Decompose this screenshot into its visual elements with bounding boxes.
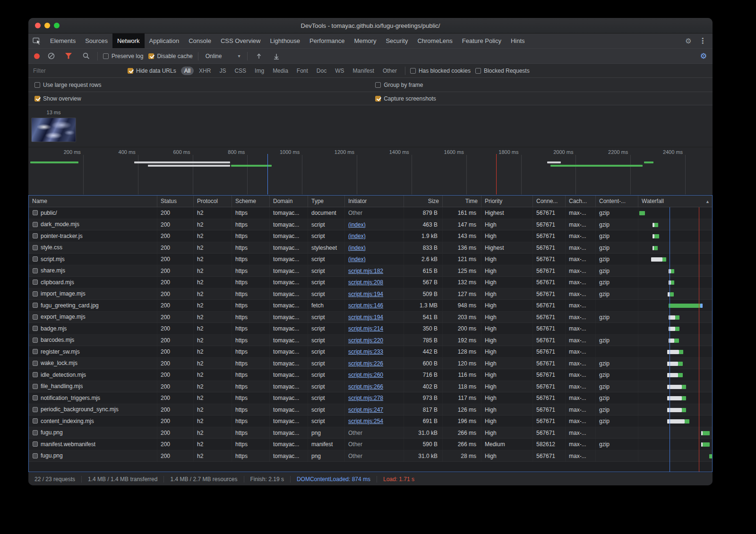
table-row[interactable]: style.css 200 h2 https tomayac... styles…	[29, 242, 712, 254]
initiator-link[interactable]: script.mjs:194	[348, 314, 383, 321]
initiator-link[interactable]: script.mjs:233	[348, 348, 383, 355]
initiator-link[interactable]: script.mjs:254	[348, 418, 383, 424]
column-header-content[interactable]: Content-...	[596, 195, 638, 207]
initiator-link[interactable]: script.mjs:260	[348, 372, 383, 378]
type-filter-doc[interactable]: Doc	[313, 67, 330, 75]
table-row[interactable]: wake_lock.mjs 200 h2 https tomayac... sc…	[29, 358, 712, 370]
table-row[interactable]: script.mjs 200 h2 https tomayac... scrip…	[29, 254, 712, 265]
column-header-conne[interactable]: Conne...	[533, 195, 566, 207]
tab-console[interactable]: Console	[184, 34, 216, 48]
column-header-name[interactable]: Name	[29, 195, 157, 207]
table-row[interactable]: idle_detection.mjs 200 h2 https tomayac.…	[29, 369, 712, 381]
column-header-waterfall[interactable]: Waterfall▲	[638, 195, 712, 207]
blocked-requests-checkbox[interactable]: Blocked Requests	[475, 68, 530, 74]
table-row[interactable]: content_indexing.mjs 200 h2 https tomaya…	[29, 415, 712, 427]
type-filter-manifest[interactable]: Manifest	[350, 67, 378, 75]
table-row[interactable]: badge.mjs 200 h2 https tomayac... script…	[29, 323, 712, 335]
initiator-link[interactable]: (index)	[348, 233, 366, 239]
tab-chromelens[interactable]: ChromeLens	[412, 34, 457, 48]
table-row[interactable]: public/ 200 h2 https tomayac... document…	[29, 207, 712, 219]
table-row[interactable]: share.mjs 200 h2 https tomayac... script…	[29, 265, 712, 277]
tab-security[interactable]: Security	[381, 34, 412, 48]
more-options-button[interactable]: ⋮	[696, 35, 709, 47]
type-filter-media[interactable]: Media	[269, 67, 292, 75]
column-header-size[interactable]: Size	[404, 195, 443, 207]
hide-data-urls-checkbox[interactable]: Hide data URLs	[128, 68, 176, 74]
tab-elements[interactable]: Elements	[45, 34, 80, 48]
zoom-button[interactable]	[54, 23, 60, 28]
type-filter-css[interactable]: CSS	[231, 67, 249, 75]
tab-network[interactable]: Network	[112, 34, 145, 48]
type-filter-js[interactable]: JS	[216, 67, 229, 75]
table-row[interactable]: file_handling.mjs 200 h2 https tomayac..…	[29, 381, 712, 393]
table-row[interactable]: register_sw.mjs 200 h2 https tomayac... …	[29, 346, 712, 358]
table-row[interactable]: pointer-tracker.js 200 h2 https tomayac.…	[29, 230, 712, 242]
column-header-status[interactable]: Status	[157, 195, 194, 207]
tab-performance[interactable]: Performance	[305, 34, 349, 48]
initiator-link[interactable]: script.mjs:266	[348, 383, 383, 390]
throttling-dropdown[interactable]: Online ▾	[204, 53, 242, 59]
minimize-button[interactable]	[44, 23, 50, 28]
initiator-link[interactable]: script.mjs:220	[348, 337, 383, 344]
initiator-link[interactable]: (index)	[348, 245, 366, 251]
table-row[interactable]: barcodes.mjs 200 h2 https tomayac... scr…	[29, 335, 712, 347]
use-large-request-rows-checkbox[interactable]: Use large request rows	[34, 82, 101, 88]
filmstrip-frame[interactable]: 13 ms	[31, 110, 76, 142]
type-filter-xhr[interactable]: XHR	[196, 67, 214, 75]
record-button[interactable]	[34, 53, 40, 59]
has-blocked-cookies-checkbox[interactable]: Has blocked cookies	[410, 68, 471, 74]
initiator-link[interactable]: script.mjs:146	[348, 302, 383, 309]
table-row[interactable]: clipboard.mjs 200 h2 https tomayac... sc…	[29, 277, 712, 288]
column-header-priority[interactable]: Priority	[481, 195, 533, 207]
table-row[interactable]: dark_mode.mjs 200 h2 https tomayac... sc…	[29, 219, 712, 231]
import-har-button[interactable]	[253, 50, 265, 62]
table-row[interactable]: notification_triggers.mjs 200 h2 https t…	[29, 392, 712, 404]
settings-gear-button[interactable]: ⚙	[682, 35, 695, 47]
table-row[interactable]: fugu_greeting_card.jpg 200 h2 https toma…	[29, 300, 712, 312]
inspect-element-button[interactable]	[28, 34, 45, 48]
type-filter-img[interactable]: Img	[251, 67, 267, 75]
type-filter-all[interactable]: All	[181, 67, 194, 75]
tab-memory[interactable]: Memory	[349, 34, 381, 48]
tab-lighthouse[interactable]: Lighthouse	[265, 34, 305, 48]
network-settings-gear-icon[interactable]: ⚙	[700, 52, 707, 60]
column-header-time[interactable]: Time	[443, 195, 481, 207]
column-header-type[interactable]: Type	[308, 195, 345, 207]
column-header-protocol[interactable]: Protocol	[194, 195, 232, 207]
export-har-button[interactable]	[270, 50, 283, 62]
tab-css-overview[interactable]: CSS Overview	[216, 34, 266, 48]
table-row[interactable]: fugu.png 200 h2 https tomayac... png Oth…	[29, 427, 712, 439]
initiator-link[interactable]: script.mjs:214	[348, 325, 383, 332]
type-filter-other[interactable]: Other	[379, 67, 400, 75]
column-header-initiator[interactable]: Initiator	[345, 195, 404, 207]
tab-sources[interactable]: Sources	[80, 34, 112, 48]
search-button[interactable]	[80, 50, 92, 62]
tab-application[interactable]: Application	[145, 34, 184, 48]
preserve-log-checkbox[interactable]: Preserve log	[103, 53, 143, 59]
type-filter-ws[interactable]: WS	[332, 67, 347, 75]
type-filter-font[interactable]: Font	[293, 67, 311, 75]
disable-cache-checkbox[interactable]: Disable cache	[148, 53, 192, 59]
show-overview-checkbox[interactable]: Show overview	[34, 95, 81, 102]
table-row[interactable]: export_image.mjs 200 h2 https tomayac...…	[29, 312, 712, 323]
initiator-link[interactable]: (index)	[348, 256, 366, 263]
initiator-link[interactable]: script.mjs:226	[348, 360, 383, 367]
filter-toggle-button[interactable]	[62, 50, 75, 62]
table-row[interactable]: manifest.webmanifest 200 h2 https tomaya…	[29, 439, 712, 450]
initiator-link[interactable]: script.mjs:247	[348, 407, 383, 413]
group-by-frame-checkbox[interactable]: Group by frame	[375, 82, 423, 88]
initiator-link[interactable]: script.mjs:278	[348, 395, 383, 401]
column-header-domain[interactable]: Domain	[270, 195, 308, 207]
filter-input[interactable]	[33, 68, 123, 74]
column-header-scheme[interactable]: Scheme	[232, 195, 270, 207]
filmstrip-thumbnail[interactable]	[31, 118, 76, 142]
overview-strip[interactable]: 200 ms400 ms600 ms800 ms1000 ms1200 ms14…	[28, 147, 713, 195]
tab-hints[interactable]: Hints	[506, 34, 530, 48]
initiator-link[interactable]: script.mjs:182	[348, 268, 383, 274]
initiator-link[interactable]: (index)	[348, 221, 366, 228]
column-header-cach[interactable]: Cach...	[566, 195, 596, 207]
initiator-link[interactable]: script.mjs:208	[348, 279, 383, 286]
table-row[interactable]: import_image.mjs 200 h2 https tomayac...…	[29, 288, 712, 300]
table-row[interactable]: fugu.png 200 h2 https tomayac... png Oth…	[29, 450, 712, 462]
table-row[interactable]: periodic_background_sync.mjs 200 h2 http…	[29, 404, 712, 416]
